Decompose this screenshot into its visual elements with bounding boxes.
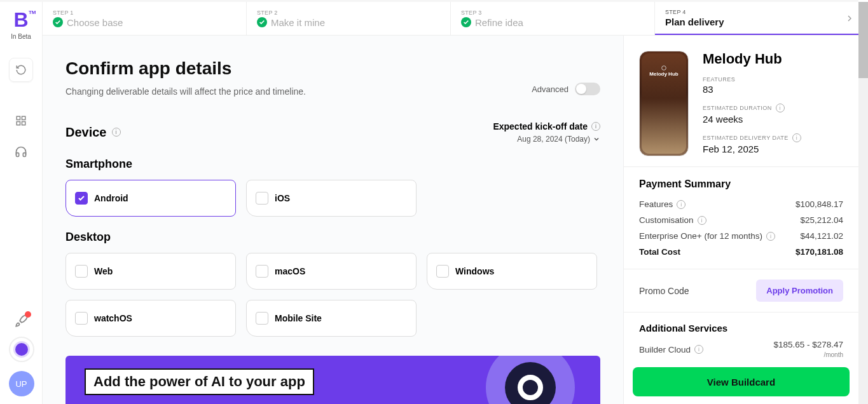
grid-icon (15, 115, 27, 126)
beta-label: In Beta (11, 33, 31, 40)
svg-rect-2 (17, 122, 20, 125)
checkbox (256, 265, 268, 278)
step-1[interactable]: STEP 1 Choose base (43, 2, 247, 35)
delivery-label: ESTIMATED DELIVERY DATEi (703, 133, 843, 142)
delivery-value: Feb 12, 2025 (703, 144, 843, 154)
svg-rect-0 (17, 116, 20, 119)
device-card-watchos[interactable]: watchOS (65, 300, 236, 337)
device-card-mobile-site[interactable]: Mobile Site (246, 300, 417, 337)
checkbox (436, 265, 449, 278)
step-label: Choose base (67, 17, 123, 28)
device-card-windows[interactable]: Windows (427, 253, 597, 290)
chevron-right-icon (844, 13, 855, 24)
checkbox (75, 312, 88, 325)
checkbox (256, 192, 268, 205)
check-icon (53, 17, 63, 27)
device-name: Web (94, 266, 113, 276)
check-icon (257, 17, 267, 27)
step-4[interactable]: STEP 4 Plan delivery (655, 2, 858, 35)
check-icon (461, 17, 471, 27)
step-label: Make it mine (271, 17, 325, 28)
kickoff-label: Expected kick-off date i (493, 121, 600, 131)
checkbox-checked (75, 192, 88, 205)
payment-row-customisation: Customisationi $25,212.04 (639, 212, 843, 228)
info-icon[interactable]: i (694, 345, 703, 354)
kickoff-date-picker[interactable]: Aug 28, 2024 (Today) (493, 135, 600, 144)
chevron-down-icon (593, 135, 600, 143)
step-num: STEP 3 (461, 10, 644, 16)
ai-banner[interactable]: Add the power of AI to your app (65, 356, 600, 404)
svg-rect-1 (22, 116, 25, 119)
desktop-title: Desktop (65, 231, 600, 244)
svg-point-4 (662, 66, 666, 71)
device-name: watchOS (94, 313, 132, 323)
device-card-macos[interactable]: macOS (246, 253, 417, 290)
payment-row-enterprise: Enterprise One+ (for 12 months)i $44,121… (639, 228, 843, 244)
step-label: Refine idea (475, 17, 523, 28)
info-icon[interactable]: i (792, 133, 801, 142)
device-card-android[interactable]: Android (65, 180, 236, 217)
payment-summary-title: Payment Summary (639, 178, 843, 190)
info-icon[interactable]: i (776, 104, 785, 112)
duration-value: 24 weeks (703, 114, 843, 125)
main-content: Confirm app details Changing deliverable… (43, 36, 623, 404)
checkbox (75, 265, 88, 278)
step-num: STEP 4 (665, 9, 848, 15)
device-name: iOS (275, 193, 290, 203)
features-label: FEATURES (703, 76, 843, 83)
advanced-label: Advanced (532, 84, 568, 94)
advanced-toggle[interactable] (575, 83, 600, 95)
device-name: Android (94, 193, 128, 203)
additional-services-title: Additional Services (639, 323, 843, 333)
device-card-ios[interactable]: iOS (246, 180, 417, 217)
device-card-web[interactable]: Web (65, 253, 236, 290)
smartphone-title: Smartphone (65, 158, 600, 171)
ai-banner-title: Add the power of AI to your app (85, 368, 314, 395)
device-name: macOS (275, 266, 305, 276)
step-2[interactable]: STEP 2 Make it mine (247, 2, 451, 35)
orb-button[interactable] (9, 337, 34, 362)
checkbox (256, 312, 268, 325)
device-name: Windows (455, 266, 494, 276)
undo-button[interactable] (9, 58, 33, 82)
headset-icon (15, 145, 27, 158)
grid-icon-button[interactable] (15, 115, 27, 126)
info-icon[interactable]: i (698, 216, 706, 225)
logo: BTM (13, 8, 28, 32)
page-title: Confirm app details (65, 58, 600, 79)
apply-promotion-button[interactable]: Apply Promotion (756, 279, 843, 302)
features-value: 83 (703, 84, 843, 95)
view-buildcard-button[interactable]: View Buildcard (633, 367, 850, 396)
step-num: STEP 2 (257, 10, 440, 16)
scrollbar-thumb[interactable] (858, 2, 868, 78)
payment-row-total: Total Cost $170,181.08 (639, 244, 843, 260)
payment-row-features: Featuresi $100,848.17 (639, 196, 843, 212)
promo-label: Promo Code (639, 286, 689, 296)
device-section-title: Device i (65, 125, 121, 140)
undo-icon (15, 64, 27, 76)
app-name: Melody Hub (703, 51, 843, 67)
scrollbar[interactable] (858, 2, 868, 404)
sidebar-left: BTM In Beta UP (0, 2, 43, 404)
step-3[interactable]: STEP 3 Refine idea (451, 2, 655, 35)
phone-preview: Melody Hub (639, 51, 689, 156)
info-icon[interactable]: i (591, 122, 600, 131)
info-icon[interactable]: i (112, 128, 121, 137)
duration-label: ESTIMATED DURATIONi (703, 104, 843, 112)
support-button[interactable] (15, 145, 27, 158)
info-icon[interactable]: i (677, 200, 685, 209)
step-num: STEP 1 (53, 10, 236, 16)
info-icon[interactable]: i (766, 232, 775, 241)
summary-panel: Melody Hub Melody Hub FEATURES 83 ESTIMA… (623, 36, 858, 404)
steps-bar: STEP 1 Choose base STEP 2 Make it mine S… (43, 2, 858, 36)
notification-badge (25, 311, 31, 318)
additional-row-builder-cloud: Builder Cloudi $185.65 - $278.47 /month (639, 340, 843, 359)
svg-rect-3 (22, 122, 25, 125)
device-name: Mobile Site (275, 313, 322, 323)
step-label: Plan delivery (665, 17, 724, 27)
avatar[interactable]: UP (9, 371, 34, 396)
rocket-button[interactable] (15, 314, 29, 328)
